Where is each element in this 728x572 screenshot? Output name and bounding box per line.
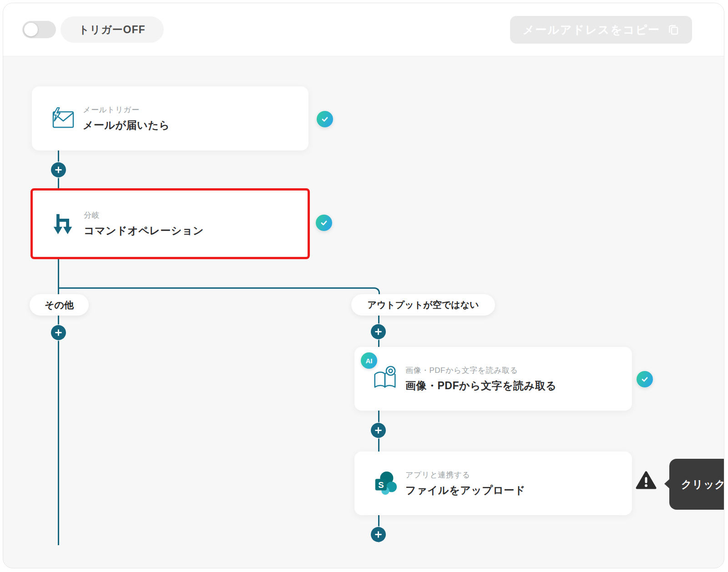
node-title: 画像・PDFから文字を読み取る xyxy=(405,379,556,393)
trigger-toggle[interactable] xyxy=(22,21,56,38)
node-category: 画像・PDFから文字を読み取る xyxy=(405,365,556,376)
node-title: メールが届いたら xyxy=(83,118,170,132)
branch-condition-output-not-empty[interactable]: アウトプットが空ではない xyxy=(351,294,495,316)
add-step-button[interactable] xyxy=(51,162,66,177)
node-title: コマンドオペレーション xyxy=(84,224,204,238)
node-title: ファイルをアップロード xyxy=(405,483,526,497)
node-mail-trigger[interactable]: メールトリガー メールが届いたら xyxy=(32,86,308,151)
status-check-icon xyxy=(316,215,332,231)
copy-icon xyxy=(667,24,679,36)
trigger-status-label: トリガーOFF xyxy=(61,16,164,43)
warning-icon[interactable] xyxy=(636,471,657,490)
node-category: 分岐 xyxy=(84,210,204,221)
click-tooltip: クリック xyxy=(669,459,724,510)
sharepoint-letter: S xyxy=(378,480,384,490)
add-step-button[interactable] xyxy=(371,423,386,438)
node-category: アプリと連携する xyxy=(405,470,526,480)
copy-email-button-label: メールアドレスをコピー xyxy=(523,22,660,37)
ai-badge: AI xyxy=(361,352,377,369)
node-upload-file[interactable]: S アプリと連携する ファイルをアップロード xyxy=(354,452,632,515)
mail-trigger-icon xyxy=(48,107,76,130)
connector-line xyxy=(58,316,59,545)
add-step-button[interactable] xyxy=(51,325,66,340)
toggle-knob-icon xyxy=(24,23,38,36)
status-check-icon xyxy=(637,371,653,387)
top-bar: トリガーOFF メールアドレスをコピー xyxy=(3,3,724,56)
sharepoint-icon: S xyxy=(371,470,399,497)
tooltip-text: クリック xyxy=(681,477,724,492)
node-category: メールトリガー xyxy=(83,105,170,115)
add-step-button[interactable] xyxy=(371,324,386,339)
workflow-canvas: トリガーOFF メールアドレスをコピー メールトリガー xyxy=(3,3,724,568)
branch-condition-other[interactable]: その他 xyxy=(30,294,89,316)
node-ocr-read-text[interactable]: AI 画像・PDFから文字を読み取る 画像・PDFから文字を読み取る xyxy=(354,347,632,411)
add-step-button[interactable] xyxy=(371,527,386,542)
branch-icon xyxy=(49,211,77,236)
status-check-icon xyxy=(317,111,333,127)
ocr-book-icon xyxy=(371,365,399,392)
branch-connector-line xyxy=(58,287,380,295)
copy-email-button[interactable]: メールアドレスをコピー xyxy=(510,16,692,44)
node-branch-command-operation[interactable]: 分岐 コマンドオペレーション xyxy=(30,188,310,259)
